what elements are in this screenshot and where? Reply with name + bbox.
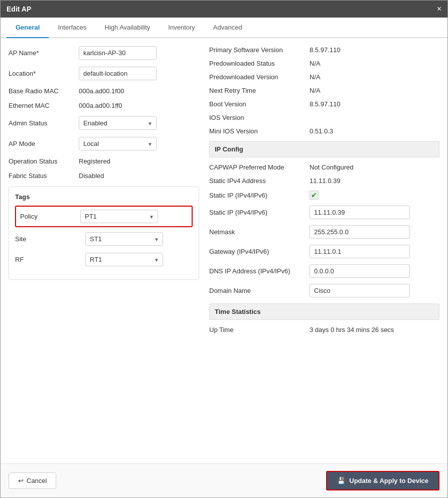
netmask-row: Netmask <box>209 225 439 239</box>
predownloaded-version-label: Predownloaded Version <box>209 73 310 81</box>
ap-mode-select-wrap: Local Monitor ▼ <box>79 137 157 150</box>
modal-header: Edit AP × <box>1 1 447 18</box>
ap-mode-select[interactable]: Local Monitor <box>79 137 157 150</box>
tab-high-availability[interactable]: High Availability <box>96 18 160 38</box>
mini-ios-version-value: 0.51.0.3 <box>310 127 333 135</box>
up-time-row: Up Time 3 days 0 hrs 34 mins 26 secs <box>209 326 439 334</box>
time-stats-header: Time Statistics <box>209 303 439 320</box>
policy-select[interactable]: PT1 <box>80 210 158 223</box>
operation-status-row: Operation Status Registered <box>9 157 199 165</box>
site-row: Site ST1 ▼ <box>15 232 193 246</box>
predownloaded-status-row: Predownloaded Status N/A <box>209 60 439 67</box>
ios-version-label: IOS Version <box>209 114 310 121</box>
modal-title: Edit AP <box>7 5 31 13</box>
domain-name-row: Domain Name <box>209 284 439 297</box>
base-radio-mac-label: Base Radio MAC <box>9 87 79 95</box>
edit-ap-modal: Edit AP × General Interfaces High Availa… <box>0 0 448 498</box>
ip-config-header: IP Config <box>209 141 439 157</box>
domain-name-input[interactable] <box>310 284 410 297</box>
mini-ios-version-label: Mini IOS Version <box>209 127 310 135</box>
capwap-row: CAPWAP Preferred Mode Not Configured <box>209 163 439 171</box>
rf-select[interactable]: RT1 <box>85 253 163 266</box>
ap-name-input[interactable] <box>79 46 157 60</box>
right-column: Primary Software Version 8.5.97.110 Pred… <box>209 46 439 455</box>
location-input[interactable] <box>79 67 157 80</box>
dns-ip-row: DNS IP Address (IPv4/IPv6) <box>209 264 439 278</box>
static-ip-checkbox[interactable]: ✔ <box>310 191 319 200</box>
predownloaded-status-value: N/A <box>310 60 321 67</box>
site-select[interactable]: ST1 <box>85 232 163 246</box>
static-ip-checkbox-label: Static IP (IPv4/IPv6) <box>209 192 310 199</box>
gateway-input[interactable] <box>310 245 410 258</box>
cancel-icon: ↩ <box>18 477 24 484</box>
location-label: Location* <box>9 70 79 77</box>
next-retry-row: Next Retry Time N/A <box>209 87 439 94</box>
boot-version-row: Boot Version 8.5.97.110 <box>209 100 439 108</box>
static-ip-input-row: Static IP (IPv4/IPv6) <box>209 206 439 219</box>
left-column: AP Name* Location* Base Radio MAC 000a.a… <box>9 46 199 455</box>
primary-sw-label: Primary Software Version <box>209 46 310 54</box>
admin-status-select[interactable]: Enabled Disabled <box>79 116 157 130</box>
up-time-label: Up Time <box>209 326 310 334</box>
tab-general[interactable]: General <box>7 18 49 38</box>
next-retry-value: N/A <box>310 87 321 94</box>
up-time-value: 3 days 0 hrs 34 mins 26 secs <box>310 326 394 334</box>
update-apply-button[interactable]: 💾 Update & Apply to Device <box>326 471 439 490</box>
static-ip-input[interactable] <box>310 206 410 219</box>
static-ip-checkbox-row: Static IP (IPv4/IPv6) ✔ <box>209 191 439 200</box>
gateway-row: Gateway (IPv4/IPv6) <box>209 245 439 258</box>
capwap-label: CAPWAP Preferred Mode <box>209 163 310 171</box>
ap-name-label: AP Name* <box>9 49 79 57</box>
tabs-bar: General Interfaces High Availability Inv… <box>1 18 447 38</box>
fabric-status-row: Fabric Status Disabled <box>9 172 199 180</box>
rf-row: RF RT1 ▼ <box>15 253 193 266</box>
admin-status-row: Admin Status Enabled Disabled ▼ <box>9 116 199 130</box>
dns-ip-input[interactable] <box>310 264 410 278</box>
static-ip-input-label: Static IP (IPv4/IPv6) <box>209 209 310 216</box>
ethernet-mac-row: Ethernet MAC 000a.ad00.1ff0 <box>9 102 199 109</box>
boot-version-label: Boot Version <box>209 100 310 108</box>
netmask-input[interactable] <box>310 225 410 239</box>
main-content: AP Name* Location* Base Radio MAC 000a.a… <box>1 38 447 463</box>
rf-label: RF <box>15 256 85 263</box>
primary-sw-value: 8.5.97.110 <box>310 46 340 54</box>
site-select-wrap: ST1 ▼ <box>85 232 163 246</box>
predownloaded-status-label: Predownloaded Status <box>209 60 310 67</box>
cancel-button[interactable]: ↩ Cancel <box>9 472 56 489</box>
static-ipv4-label: Static IPv4 Address <box>209 177 310 185</box>
rf-select-wrap: RT1 ▼ <box>85 253 163 266</box>
tab-interfaces[interactable]: Interfaces <box>49 18 95 38</box>
tags-title: Tags <box>15 193 193 201</box>
netmask-label: Netmask <box>209 228 310 236</box>
static-ipv4-row: Static IPv4 Address 11.11.0.39 <box>209 177 439 185</box>
ethernet-mac-value: 000a.ad00.1ff0 <box>79 102 122 109</box>
close-button[interactable]: × <box>437 5 441 14</box>
gateway-label: Gateway (IPv4/IPv6) <box>209 248 310 255</box>
admin-status-select-wrap: Enabled Disabled ▼ <box>79 116 157 130</box>
base-radio-mac-value: 000a.ad00.1f00 <box>79 87 124 95</box>
policy-label: Policy <box>20 213 80 220</box>
tab-inventory[interactable]: Inventory <box>159 18 204 38</box>
base-radio-mac-row: Base Radio MAC 000a.ad00.1f00 <box>9 87 199 95</box>
primary-sw-row: Primary Software Version 8.5.97.110 <box>209 46 439 54</box>
save-icon: 💾 <box>337 477 345 484</box>
update-label: Update & Apply to Device <box>349 477 428 484</box>
tags-section: Tags Policy PT1 ▼ Site ST1 <box>9 187 199 280</box>
mini-ios-version-row: Mini IOS Version 0.51.0.3 <box>209 127 439 135</box>
ap-name-row: AP Name* <box>9 46 199 60</box>
ethernet-mac-label: Ethernet MAC <box>9 102 79 109</box>
fabric-status-label: Fabric Status <box>9 172 79 180</box>
domain-name-label: Domain Name <box>209 287 310 294</box>
ap-mode-row: AP Mode Local Monitor ▼ <box>9 137 199 150</box>
site-label: Site <box>15 235 85 243</box>
operation-status-value: Registered <box>79 157 110 165</box>
policy-row: Policy PT1 ▼ <box>15 206 193 227</box>
predownloaded-version-value: N/A <box>310 73 321 81</box>
policy-select-wrap: PT1 ▼ <box>80 210 158 223</box>
operation-status-label: Operation Status <box>9 157 79 165</box>
predownloaded-version-row: Predownloaded Version N/A <box>209 73 439 81</box>
cancel-label: Cancel <box>27 477 47 484</box>
location-row: Location* <box>9 67 199 80</box>
tab-advanced[interactable]: Advanced <box>204 18 251 38</box>
capwap-value: Not Configured <box>310 163 353 171</box>
